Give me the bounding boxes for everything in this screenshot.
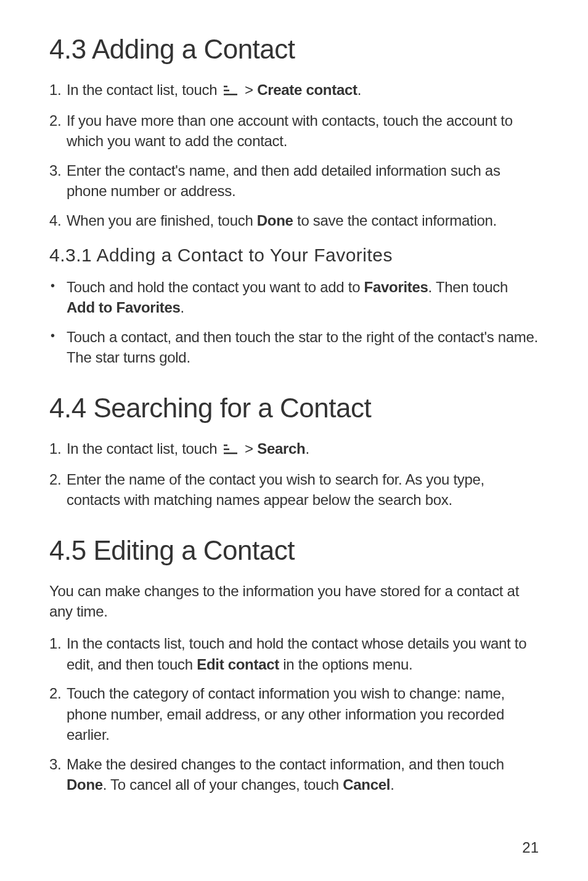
step-item: 2. If you have more than one account wit…: [49, 110, 539, 152]
step-text: .: [357, 81, 361, 98]
bold-term: Cancel: [343, 776, 390, 793]
step-item: 4. When you are finished, touch Done to …: [49, 210, 539, 231]
step-text: In the contact list, touch: [67, 440, 221, 457]
step-text: in the options menu.: [279, 656, 413, 673]
page-number: 21: [522, 839, 539, 856]
step-text: .: [305, 440, 309, 457]
svg-rect-0: [224, 86, 227, 88]
step-text: Enter the contact's name, and then add d…: [67, 162, 500, 200]
svg-rect-4: [224, 448, 229, 450]
step-number: 3.: [49, 754, 61, 775]
svg-rect-5: [224, 453, 237, 454]
bold-term: Create contact: [257, 81, 357, 98]
svg-rect-3: [224, 445, 227, 446]
bold-term: Edit contact: [197, 656, 279, 673]
bold-term: Search: [257, 440, 305, 457]
step-text: . To cancel all of your changes, touch: [103, 776, 343, 793]
bullet-text: Touch and hold the contact you want to a…: [67, 279, 364, 295]
menu-icon: [224, 440, 237, 461]
step-number: 1.: [49, 438, 61, 459]
svg-rect-1: [224, 90, 229, 92]
section-4-5: 4.5 Editing a Contact You can make chang…: [49, 535, 539, 795]
heading-4-4: 4.4 Searching for a Contact: [49, 393, 539, 424]
heading-4-3: 4.3 Adding a Contact: [49, 34, 539, 65]
steps-4-4: 1. In the contact list, touch > Search. …: [49, 438, 539, 510]
step-text: When you are finished, touch: [67, 212, 257, 229]
section-4-3: 4.3 Adding a Contact 1. In the contact l…: [49, 34, 539, 368]
intro-4-5: You can make changes to the information …: [49, 581, 539, 622]
step-text: Make the desired changes to the contact …: [67, 756, 504, 772]
heading-4-3-1: 4.3.1 Adding a Contact to Your Favorites: [49, 245, 539, 266]
step-item: 1. In the contact list, touch > Search.: [49, 438, 539, 461]
bullet-text: Touch a contact, and then touch the star…: [67, 329, 538, 366]
step-item: 2. Enter the name of the contact you wis…: [49, 469, 539, 510]
step-text: >: [245, 440, 257, 457]
bullet-text: .: [181, 299, 184, 316]
step-number: 1.: [49, 80, 61, 100]
step-text: .: [390, 776, 394, 793]
menu-icon: [224, 81, 237, 102]
step-text: Touch the category of contact informatio…: [67, 685, 505, 743]
bullet-item: Touch a contact, and then touch the star…: [49, 327, 539, 368]
bold-term: Done: [257, 212, 293, 229]
bold-term: Favorites: [364, 279, 428, 295]
step-item: 3. Enter the contact's name, and then ad…: [49, 160, 539, 202]
step-text: Enter the name of the contact you wish t…: [67, 471, 484, 509]
step-text: If you have more than one account with c…: [67, 112, 513, 150]
step-number: 2.: [49, 110, 61, 131]
step-number: 1.: [49, 633, 61, 654]
steps-4-5: 1. In the contacts list, touch and hold …: [49, 633, 539, 795]
steps-4-3: 1. In the contact list, touch > Create c…: [49, 80, 539, 231]
step-number: 2.: [49, 469, 61, 490]
step-number: 3.: [49, 160, 61, 181]
step-item: 2. Touch the category of contact informa…: [49, 683, 539, 745]
step-number: 4.: [49, 210, 61, 231]
bold-term: Done: [67, 776, 103, 793]
bold-term: Add to Favorites: [67, 299, 181, 316]
svg-rect-2: [224, 94, 237, 96]
step-item: 1. In the contact list, touch > Create c…: [49, 80, 539, 102]
step-item: 1. In the contacts list, touch and hold …: [49, 633, 539, 674]
bullet-item: Touch and hold the contact you want to a…: [49, 277, 539, 318]
step-number: 2.: [49, 683, 61, 704]
heading-4-5: 4.5 Editing a Contact: [49, 535, 539, 566]
bullet-text: . Then touch: [428, 279, 508, 295]
step-text: to save the contact information.: [293, 212, 497, 229]
step-item: 3. Make the desired changes to the conta…: [49, 754, 539, 795]
section-4-4: 4.4 Searching for a Contact 1. In the co…: [49, 393, 539, 510]
bullets-4-3-1: Touch and hold the contact you want to a…: [49, 277, 539, 368]
step-text: >: [245, 81, 257, 98]
step-text: In the contact list, touch: [67, 81, 221, 98]
